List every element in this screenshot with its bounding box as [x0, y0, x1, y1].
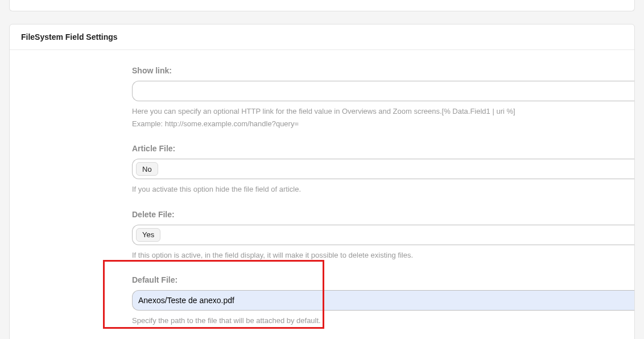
panel-body: Show link: Here you can specify an optio… — [10, 50, 634, 339]
field-default-file: Default File: Specify the path to the fi… — [10, 275, 634, 326]
filesystem-settings-panel: FileSystem Field Settings Show link: Her… — [9, 24, 635, 339]
default-file-input[interactable] — [138, 296, 629, 305]
field-delete-file: Delete File: Yes If this option is activ… — [10, 210, 634, 261]
default-file-control[interactable] — [132, 290, 634, 311]
previous-panel-bottom — [9, 0, 635, 11]
show-link-label: Show link: — [132, 66, 634, 75]
show-link-input[interactable] — [138, 86, 629, 96]
default-file-help: Specify the path to the file that will b… — [132, 315, 634, 326]
default-file-label: Default File: — [132, 275, 634, 284]
article-file-control: No — [132, 159, 634, 179]
delete-file-selected: Yes — [142, 230, 154, 239]
article-file-selected: No — [142, 165, 152, 173]
field-show-link: Show link: Here you can specify an optio… — [10, 66, 634, 129]
show-link-help1: Here you can specify an optional HTTP li… — [132, 106, 634, 117]
show-link-control[interactable] — [132, 81, 634, 101]
delete-file-label: Delete File: — [132, 210, 634, 219]
panel-header: FileSystem Field Settings — [10, 24, 634, 50]
panel-title: FileSystem Field Settings — [21, 32, 118, 42]
article-file-label: Article File: — [132, 144, 634, 153]
field-article-file: Article File: No If you activate this op… — [10, 144, 634, 195]
delete-file-select[interactable]: Yes — [136, 228, 160, 242]
article-file-help: If you activate this option hide the fil… — [132, 184, 634, 195]
article-file-select[interactable]: No — [136, 162, 158, 176]
delete-file-help: If this option is active, in the field d… — [132, 250, 634, 261]
show-link-help2: Example: http://some.example.com/handle?… — [132, 118, 634, 130]
delete-file-control: Yes — [132, 225, 634, 245]
